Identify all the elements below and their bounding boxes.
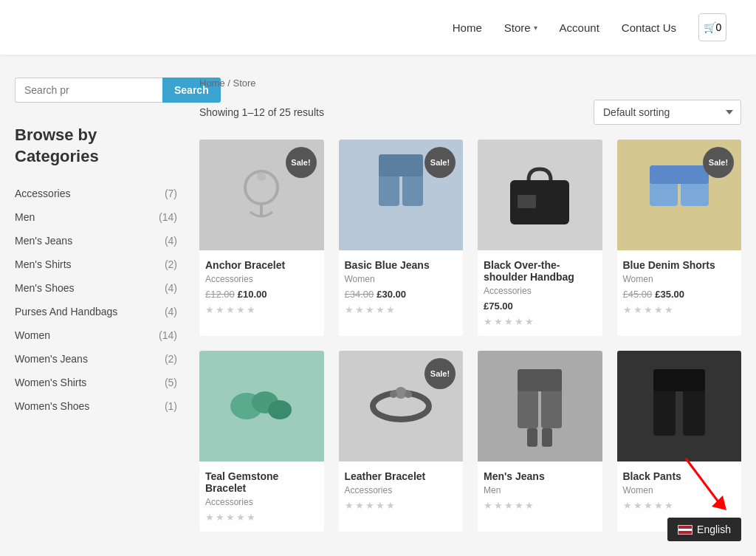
product-image [478, 351, 602, 461]
category-item[interactable]: Women(14) [15, 323, 177, 347]
breadcrumb: Home / Store [199, 78, 741, 89]
product-card[interactable]: Sale! Blue Denim Shorts Women £45.00£35.… [617, 140, 742, 336]
header: Home Store ▾ Account Contact Us 🛒 0 [0, 0, 756, 55]
product-card[interactable]: Sale! Basic Blue Jeans Women £34.00£30.0… [339, 140, 464, 336]
search-input[interactable] [15, 78, 162, 103]
nav-contact[interactable]: Contact Us [622, 21, 676, 34]
category-count: (2) [165, 258, 177, 270]
category-item[interactable]: Men's Jeans(4) [15, 229, 177, 253]
category-item[interactable]: Men's Shirts(2) [15, 253, 177, 276]
product-category: Accessories [205, 274, 318, 284]
price-old: £12.00 [205, 289, 235, 300]
main-nav: Home Store ▾ Account Contact Us 🛒 0 [453, 13, 726, 41]
svg-rect-5 [379, 154, 423, 176]
product-info: Blue Denim Shorts Women £45.00£35.00 ★★★… [617, 250, 742, 324]
search-bar: Search [15, 78, 177, 103]
results-bar: Showing 1–12 of 25 results Default sorti… [199, 100, 741, 125]
category-count: (7) [165, 188, 177, 199]
product-info: Men's Jeans Men ★★★★★ [478, 461, 602, 520]
product-stars: ★★★★★ [484, 316, 597, 327]
category-count: (2) [165, 353, 177, 365]
product-name: Basic Blue Jeans [345, 259, 458, 271]
breadcrumb-home[interactable]: Home [199, 78, 225, 89]
breadcrumb-store[interactable]: Store [233, 78, 256, 89]
svg-point-2 [257, 172, 266, 181]
product-card[interactable]: Men's Jeans Men ★★★★★ [478, 351, 602, 532]
breadcrumb-separator: / [225, 78, 233, 89]
chevron-down-icon: ▾ [534, 24, 537, 32]
product-card[interactable]: Teal Gemstone Bracelet Accessories ★★★★★ [199, 351, 324, 532]
sale-badge: Sale! [286, 147, 317, 178]
browse-title: Browse by Categories [15, 125, 177, 167]
product-price: £45.00£35.00 [623, 289, 736, 300]
product-price: £34.00£30.00 [345, 289, 458, 300]
category-item[interactable]: Women's Jeans(2) [15, 347, 177, 371]
product-info: Black Pants Women ★★★★★ [617, 461, 742, 520]
price-new: £75.00 [484, 301, 513, 312]
svg-rect-22 [542, 428, 552, 447]
category-item[interactable]: Women's Shoes(1) [15, 394, 177, 418]
nav-store-group[interactable]: Store ▾ [504, 21, 537, 34]
category-count: (1) [165, 400, 177, 412]
category-item[interactable]: Men(14) [15, 205, 177, 229]
category-item[interactable]: Women's Shirts(5) [15, 371, 177, 394]
product-card[interactable]: Sale! Anchor Bracelet Accessories £12.00… [199, 140, 324, 336]
product-stars: ★★★★★ [205, 512, 318, 523]
sale-badge: Sale! [425, 358, 456, 389]
language-badge[interactable]: English [667, 518, 741, 541]
sidebar: Search Browse by Categories Accessories(… [15, 78, 177, 532]
price-new: £10.00 [238, 289, 267, 300]
cart-icon: 🛒 [704, 21, 716, 33]
product-name: Anchor Bracelet [205, 259, 318, 271]
product-card[interactable]: Sale! Leather Bracelet Accessories ★★★★★ [339, 351, 464, 532]
category-name: Women's Jeans [15, 353, 88, 365]
product-category: Accessories [205, 497, 318, 507]
product-card[interactable]: Black Pants Women ★★★★★ [617, 351, 742, 532]
category-count: (4) [165, 282, 177, 294]
product-card[interactable]: Black Over-the-shoulder Handbag Accessor… [478, 140, 602, 336]
nav-account[interactable]: Account [560, 21, 599, 34]
category-item[interactable]: Men's Shoes(4) [15, 276, 177, 300]
product-name: Black Over-the-shoulder Handbag [484, 259, 597, 283]
product-category: Women [623, 274, 736, 284]
svg-rect-7 [518, 195, 536, 208]
product-image: Sale! [617, 140, 742, 250]
product-image: Sale! [199, 140, 324, 250]
category-name: Men's Shirts [15, 258, 72, 270]
nav-store[interactable]: Store [504, 21, 531, 34]
price-old: £34.00 [345, 289, 374, 300]
product-price: £12.00£10.00 [205, 289, 318, 300]
category-name: Women [15, 329, 50, 341]
product-info: Black Over-the-shoulder Handbag Accessor… [478, 250, 602, 336]
category-count: (4) [165, 306, 177, 318]
product-category: Men [484, 485, 597, 495]
product-image [478, 140, 602, 250]
category-count: (14) [159, 329, 177, 341]
category-item[interactable]: Accessories(7) [15, 182, 177, 205]
product-grid: Sale! Anchor Bracelet Accessories £12.00… [199, 140, 741, 532]
sale-badge: Sale! [703, 147, 734, 178]
category-name: Women's Shirts [15, 377, 86, 388]
nav-home[interactable]: Home [453, 21, 482, 34]
svg-point-17 [405, 391, 412, 398]
cart-button[interactable]: 🛒 0 [698, 13, 726, 41]
category-name: Men's Shoes [15, 282, 75, 294]
svg-point-13 [268, 400, 292, 419]
category-count: (5) [165, 377, 177, 388]
product-info: Basic Blue Jeans Women £34.00£30.00 ★★★★… [339, 250, 464, 324]
category-item[interactable]: Purses And Handbags(4) [15, 300, 177, 323]
content-area: Home / Store Showing 1–12 of 25 results … [199, 78, 741, 532]
sort-select[interactable]: Default sortingSort by popularitySort by… [594, 100, 741, 125]
category-count: (4) [165, 235, 177, 247]
product-category: Accessories [345, 485, 458, 495]
svg-rect-25 [653, 369, 705, 391]
language-label: English [697, 524, 731, 535]
price-old: £45.00 [623, 289, 653, 300]
product-info: Teal Gemstone Bracelet Accessories ★★★★★ [199, 461, 324, 532]
main-container: Search Browse by Categories Accessories(… [0, 55, 756, 554]
product-stars: ★★★★★ [205, 304, 318, 315]
price-new: £30.00 [377, 289, 406, 300]
product-category: Women [345, 274, 458, 284]
category-name: Men [15, 211, 35, 223]
category-name: Men's Jeans [15, 235, 72, 247]
